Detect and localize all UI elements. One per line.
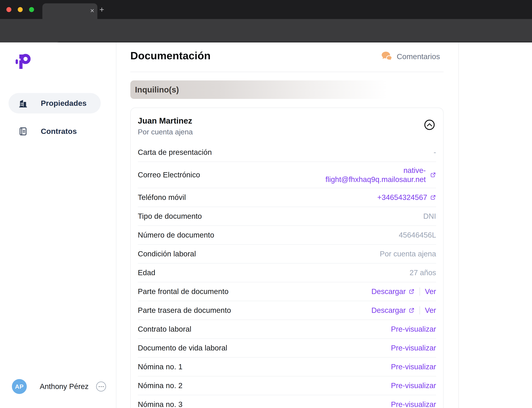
preview-link[interactable]: Pre-visualizar: [391, 400, 436, 408]
row-value: Descargar Ver: [371, 306, 436, 314]
detail-row: Condición laboralPor cuenta ajena: [138, 245, 436, 264]
row-label: Edad: [138, 268, 155, 277]
sidebar-item-label: Contratos: [41, 127, 77, 136]
external-link[interactable]: native-flight@fhxhaq9q.mailosaur.net: [325, 166, 426, 184]
chevron-up-icon: [426, 123, 433, 127]
tenant-subtitle: Por cuenta ajena: [138, 128, 436, 136]
detail-row: Parte trasera de documentoDescargar Ver: [138, 301, 436, 320]
browser-toolbar: www.payli.es: [0, 19, 532, 42]
tenant-rows: Carta de presentación-Correo Electrónico…: [138, 143, 436, 408]
row-label: Nómina no. 3: [138, 400, 182, 408]
external-link-icon[interactable]: [430, 172, 436, 178]
row-value: Pre-visualizar: [391, 344, 436, 352]
comments-button[interactable]: Comentarios: [381, 51, 440, 62]
external-link-icon[interactable]: [409, 307, 415, 313]
row-value: Pre-visualizar: [391, 363, 436, 371]
row-value: Por cuenta ajena: [380, 250, 436, 258]
row-label: Parte frontal de documento: [138, 287, 229, 296]
row-value: Descargar Ver: [371, 287, 436, 296]
link-line-1: native-: [403, 166, 426, 175]
preview-link[interactable]: Pre-visualizar: [391, 344, 436, 352]
detail-row: Contrato laboralPre-visualizar: [138, 320, 436, 339]
header-divider: [130, 72, 443, 72]
app-viewport: Propiedades Contratos AP Anthony Pérez: [0, 42, 532, 408]
row-label: Nómina no. 2: [138, 381, 182, 390]
comments-label: Comentarios: [397, 52, 440, 61]
sidebar-item-contratos[interactable]: Contratos: [8, 122, 101, 141]
page-title: Documentación: [130, 50, 211, 62]
row-value: Pre-visualizar: [391, 325, 436, 333]
row-value-text: DNI: [423, 212, 436, 220]
detail-row: Parte frontal de documentoDescargar Ver: [138, 282, 436, 301]
row-value: 27 años: [410, 268, 436, 277]
row-value: 45646456L: [399, 231, 436, 239]
download-link[interactable]: Descargar: [371, 306, 415, 314]
download-link[interactable]: Descargar: [371, 287, 415, 296]
detail-row: Nómina no. 3Pre-visualizar: [138, 395, 436, 408]
row-value: Pre-visualizar: [391, 400, 436, 408]
new-tab-icon[interactable]: [99, 7, 104, 12]
user-menu-button[interactable]: [96, 382, 106, 391]
row-label: Parte trasera de documento: [138, 306, 231, 314]
row-value: DNI: [423, 212, 436, 221]
download-label: Descargar: [371, 306, 406, 314]
payli-logo: [16, 52, 31, 69]
row-label: Correo Electrónico: [138, 171, 200, 179]
external-link-icon[interactable]: [409, 289, 415, 295]
detail-row: Documento de vida laboralPre-visualizar: [138, 339, 436, 357]
detail-row: Nómina no. 1Pre-visualizar: [138, 357, 436, 376]
row-label: Tipo de documento: [138, 212, 202, 221]
avatar: AP: [12, 379, 27, 394]
row-value-text: -: [434, 148, 436, 156]
sidebar-item-propiedades[interactable]: Propiedades: [8, 93, 101, 113]
row-label: Teléfono móvil: [138, 193, 186, 202]
row-value-text: 45646456L: [399, 231, 436, 239]
sidebar: Propiedades Contratos AP Anthony Pérez: [0, 42, 116, 408]
external-link-icon[interactable]: [430, 195, 436, 200]
detail-row: Número de documento45646456L: [138, 226, 436, 245]
view-link[interactable]: Ver: [425, 306, 436, 314]
row-value-text: Por cuenta ajena: [380, 250, 436, 258]
detail-row: Correo Electróniconative-flight@fhxhaq9q…: [138, 162, 436, 188]
preview-link[interactable]: Pre-visualizar: [391, 381, 436, 390]
content-right-divider: [458, 42, 459, 408]
detail-row: Tipo de documentoDNI: [138, 207, 436, 226]
window-controls: [6, 7, 34, 12]
row-label: Documento de vida laboral: [138, 344, 227, 352]
preview-link[interactable]: Pre-visualizar: [391, 325, 436, 333]
view-link[interactable]: Ver: [425, 287, 436, 296]
detail-row: Edad27 años: [138, 264, 436, 282]
preview-link[interactable]: Pre-visualizar: [391, 363, 436, 371]
chat-bubbles-icon: [381, 51, 393, 62]
link-line-2: flight@fhxhaq9q.mailosaur.net: [325, 175, 426, 184]
browser-titlebar: [0, 0, 532, 19]
row-value: Pre-visualizar: [391, 381, 436, 390]
tenant-name: Juan Martinez: [138, 116, 436, 125]
collapse-card-button[interactable]: [424, 120, 435, 130]
link-separator: [420, 306, 420, 314]
row-value-text: 27 años: [410, 268, 436, 277]
ellipsis-icon: [99, 386, 100, 387]
external-link[interactable]: +34654324567: [377, 193, 427, 202]
row-label: Carta de presentación: [138, 148, 212, 157]
buildings-icon: [19, 99, 27, 108]
detail-row: Nómina no. 2Pre-visualizar: [138, 376, 436, 395]
tenants-section-banner: Inquilino(s): [130, 80, 443, 99]
row-value: +34654324567: [377, 193, 436, 202]
row-label: Condición laboral: [138, 250, 196, 258]
row-label: Contrato laboral: [138, 325, 191, 333]
sidebar-item-label: Propiedades: [41, 99, 87, 108]
link-separator: [420, 288, 420, 296]
detail-row: Carta de presentación-: [138, 143, 436, 162]
user-name: Anthony Pérez: [40, 382, 89, 391]
banner-label: Inquilino(s): [135, 85, 179, 94]
maximize-window-button[interactable]: [29, 7, 34, 12]
sidebar-nav: Propiedades Contratos: [8, 93, 101, 141]
row-label: Número de documento: [138, 231, 214, 239]
close-tab-icon[interactable]: [90, 8, 95, 13]
browser-tab[interactable]: [42, 3, 97, 19]
tenant-card-header: Juan Martinez Por cuenta ajena: [138, 108, 436, 143]
main-content: Documentación Comentarios Inquilino(s) J…: [130, 42, 443, 408]
close-window-button[interactable]: [6, 7, 11, 12]
minimize-window-button[interactable]: [18, 7, 23, 12]
